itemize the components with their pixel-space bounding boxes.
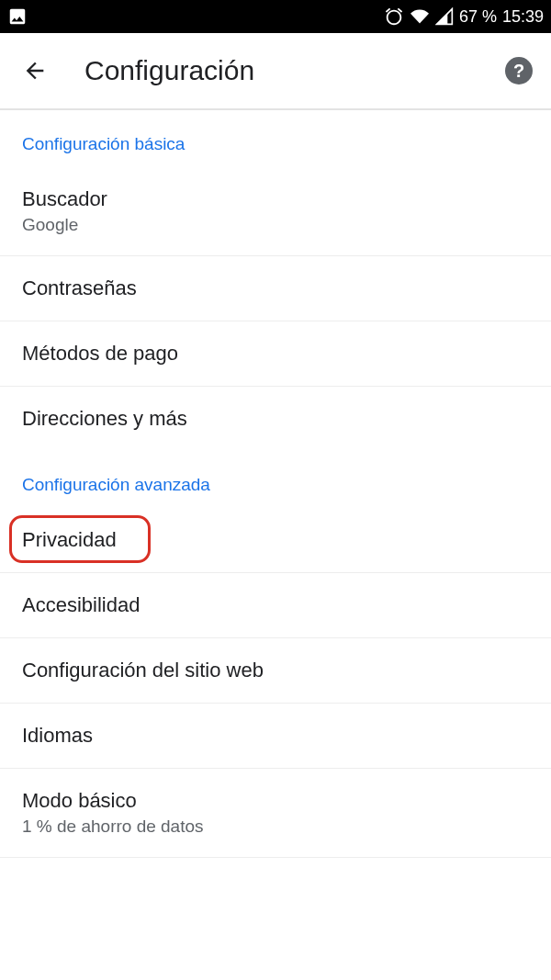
settings-item-addresses[interactable]: Direcciones y más [0, 387, 551, 451]
arrow-back-icon [22, 58, 48, 84]
settings-item-lite-mode[interactable]: Modo básico 1 % de ahorro de datos [0, 769, 551, 858]
status-bar-left [7, 6, 28, 27]
status-bar-right: 67 % 15:39 [384, 6, 544, 27]
settings-item-accessibility[interactable]: Accesibilidad [0, 573, 551, 638]
status-bar: 67 % 15:39 [0, 0, 551, 33]
item-subtitle: 1 % de ahorro de datos [22, 817, 529, 837]
help-button[interactable]: ? [505, 57, 533, 84]
item-title: Modo básico [22, 789, 529, 813]
section-header-advanced: Configuración avanzada [0, 451, 551, 508]
item-title: Direcciones y más [22, 407, 529, 431]
page-title: Configuración [84, 55, 505, 86]
item-title: Idiomas [22, 724, 529, 748]
section-header-basic: Configuración básica [0, 110, 551, 167]
item-title: Buscador [22, 187, 529, 211]
item-title: Contraseñas [22, 276, 529, 300]
settings-item-payment-methods[interactable]: Métodos de pago [0, 321, 551, 387]
item-title: Métodos de pago [22, 342, 529, 366]
settings-item-languages[interactable]: Idiomas [0, 704, 551, 769]
item-title: Privacidad [22, 528, 529, 552]
wifi-icon [410, 7, 430, 26]
item-subtitle: Google [22, 215, 529, 235]
settings-item-passwords[interactable]: Contraseñas [0, 256, 551, 321]
alarm-icon [384, 6, 404, 27]
settings-item-site-settings[interactable]: Configuración del sitio web [0, 638, 551, 704]
battery-percent: 67 % [459, 7, 497, 27]
item-title: Accesibilidad [22, 593, 529, 617]
app-bar: Configuración ? [0, 33, 551, 110]
signal-icon [435, 7, 454, 26]
settings-content: Configuración básica Buscador Google Con… [0, 110, 551, 858]
item-title: Configuración del sitio web [22, 659, 529, 682]
back-button[interactable] [18, 54, 51, 87]
settings-item-search-engine[interactable]: Buscador Google [0, 167, 551, 256]
help-icon: ? [513, 61, 524, 82]
picture-icon [7, 6, 28, 27]
settings-item-privacy[interactable]: Privacidad [0, 508, 551, 573]
time: 15:39 [502, 7, 544, 27]
